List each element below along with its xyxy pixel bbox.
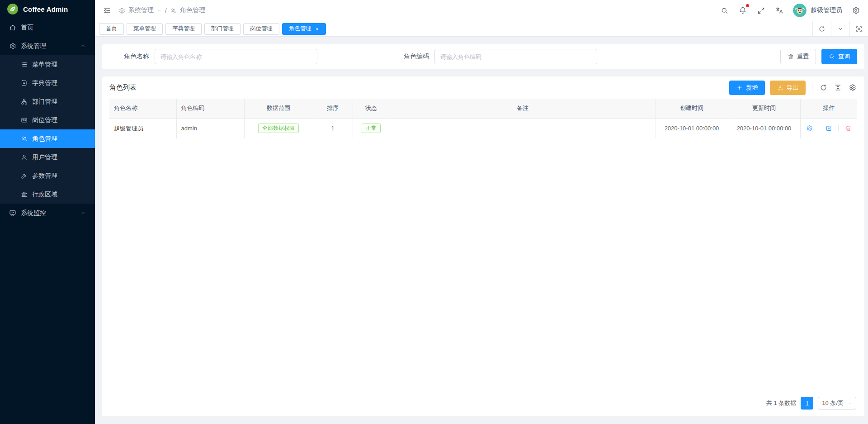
row-edit-button[interactable]	[825, 124, 833, 133]
cell-status: 正常	[353, 118, 390, 138]
card-title: 角色列表	[109, 83, 137, 92]
table-row: 超级管理员 admin 全部数据权限 1 正常 2020-10-01 00:00…	[109, 118, 857, 138]
page-content: 角色名称 角色编码 重置 查询	[95, 37, 868, 424]
filter-card: 角色名称 角色编码 重置 查询	[102, 44, 864, 69]
menu-fold-icon	[103, 6, 111, 14]
search-icon	[721, 7, 728, 14]
tab-label: 角色管理	[289, 25, 311, 33]
gear-icon	[9, 43, 16, 50]
user-menu[interactable]: 超级管理员	[793, 4, 842, 17]
settings-button[interactable]	[851, 5, 861, 15]
sidebar: Coffee Admin 首页 系统管理 菜单管理 字典管理	[0, 0, 95, 424]
sidebar-item-label: 部门管理	[32, 98, 57, 106]
brand-name: Coffee Admin	[23, 5, 68, 13]
sidebar-item-monitor[interactable]: 系统监控	[0, 204, 95, 222]
filter-actions: 重置 查询	[780, 49, 857, 64]
breadcrumb: 系统管理 / 角色管理	[118, 6, 205, 14]
search-button-label: 查询	[838, 52, 850, 61]
sidebar-item-role-mgmt[interactable]: 角色管理	[0, 129, 95, 148]
tab-bar: 首页 菜单管理 字典管理 部门管理 岗位管理 角色管理	[95, 21, 868, 37]
status-badge: 正常	[362, 124, 381, 133]
id-card-icon	[21, 117, 28, 124]
sidebar-item-label: 参数管理	[32, 172, 57, 180]
translate-icon	[775, 6, 783, 14]
cell-remark	[390, 118, 656, 138]
language-switch-button[interactable]	[774, 5, 784, 15]
gear-icon	[806, 125, 813, 132]
tab-menu-mgmt[interactable]: 菜单管理	[127, 23, 163, 35]
role-code-input[interactable]	[434, 49, 597, 64]
sidebar-item-dept-mgmt[interactable]: 部门管理	[0, 92, 95, 111]
tab-role-mgmt[interactable]: 角色管理	[282, 23, 326, 35]
page-size-value: 10 条/页	[822, 399, 844, 407]
search-button[interactable]: 查询	[821, 49, 857, 64]
reset-button[interactable]: 重置	[780, 49, 816, 64]
tab-label: 菜单管理	[133, 25, 156, 33]
export-button[interactable]: 导出	[770, 81, 806, 95]
main-area: 系统管理 / 角色管理	[95, 0, 868, 424]
table-refresh-button[interactable]	[819, 83, 828, 92]
col-role-code: 角色编码	[176, 99, 244, 118]
sidebar-group-label: 系统监控	[21, 209, 46, 217]
list-icon	[21, 61, 28, 68]
trash-icon	[845, 125, 852, 132]
tab-label: 首页	[106, 25, 117, 33]
tabs-refresh-button[interactable]	[812, 21, 831, 36]
tab-dept-mgmt[interactable]: 部门管理	[204, 23, 241, 35]
row-delete-button[interactable]	[844, 124, 853, 133]
tabs-menu-button[interactable]	[831, 21, 849, 36]
app-root: Coffee Admin 首页 系统管理 菜单管理 字典管理	[0, 0, 868, 424]
tab-home[interactable]: 首页	[99, 23, 124, 35]
role-name-input[interactable]	[155, 49, 317, 64]
gear-icon	[118, 7, 125, 14]
avatar-image	[793, 4, 807, 17]
table-settings-button[interactable]	[848, 83, 857, 92]
expand-arrows-icon	[757, 7, 765, 14]
data-scope-tag: 全部数据权限	[258, 124, 299, 133]
gear-icon	[852, 6, 860, 14]
username: 超级管理员	[811, 6, 842, 14]
add-button[interactable]: 新增	[729, 81, 765, 95]
header-search-button[interactable]	[720, 6, 729, 15]
action-divider	[838, 125, 839, 131]
cell-actions	[800, 118, 857, 138]
sidebar-item-post-mgmt[interactable]: 岗位管理	[0, 111, 95, 129]
refresh-icon	[820, 84, 827, 91]
sidebar-collapse-button[interactable]	[102, 5, 112, 15]
brand[interactable]: Coffee Admin	[0, 0, 95, 18]
sidebar-item-label: 行政区域	[32, 191, 57, 199]
breadcrumb-item-system[interactable]: 系统管理	[128, 6, 154, 14]
cell-sort: 1	[313, 118, 353, 138]
cell-data-scope: 全部数据权限	[244, 118, 313, 138]
chevron-up-icon	[80, 43, 86, 49]
top-header: 系统管理 / 角色管理	[95, 0, 868, 21]
add-button-label: 新增	[746, 84, 758, 92]
cell-role-name: 超级管理员	[109, 118, 176, 138]
chevron-down-icon	[80, 210, 86, 216]
wrench-icon	[21, 172, 28, 179]
avatar	[793, 4, 807, 17]
close-icon[interactable]	[315, 27, 319, 31]
tab-dict-mgmt[interactable]: 字典管理	[165, 23, 202, 35]
download-icon	[777, 85, 783, 91]
table-density-button[interactable]	[833, 83, 843, 92]
row-permission-button[interactable]	[805, 124, 814, 133]
sidebar-item-system[interactable]: 系统管理	[0, 37, 95, 55]
search-icon	[829, 53, 835, 60]
fullscreen-button[interactable]	[756, 6, 766, 15]
reset-button-label: 重置	[797, 52, 809, 61]
sidebar-item-user-mgmt[interactable]: 用户管理	[0, 148, 95, 167]
page-size-select[interactable]: 10 条/页	[818, 397, 856, 410]
sidebar-item-region[interactable]: 行政区域	[0, 185, 95, 204]
tab-post-mgmt[interactable]: 岗位管理	[243, 23, 279, 35]
chevron-down-icon	[847, 401, 852, 406]
content-maximize-button[interactable]	[849, 21, 868, 36]
page-number-button[interactable]: 1	[801, 397, 813, 410]
sidebar-item-menu-mgmt[interactable]: 菜单管理	[0, 55, 95, 74]
notification-button[interactable]	[738, 5, 748, 15]
chevron-down-icon	[837, 26, 844, 32]
notification-badge-dot	[746, 4, 749, 7]
sidebar-item-home[interactable]: 首页	[0, 18, 95, 37]
sidebar-item-param-mgmt[interactable]: 参数管理	[0, 167, 95, 185]
sidebar-item-dict-mgmt[interactable]: 字典管理	[0, 74, 95, 92]
